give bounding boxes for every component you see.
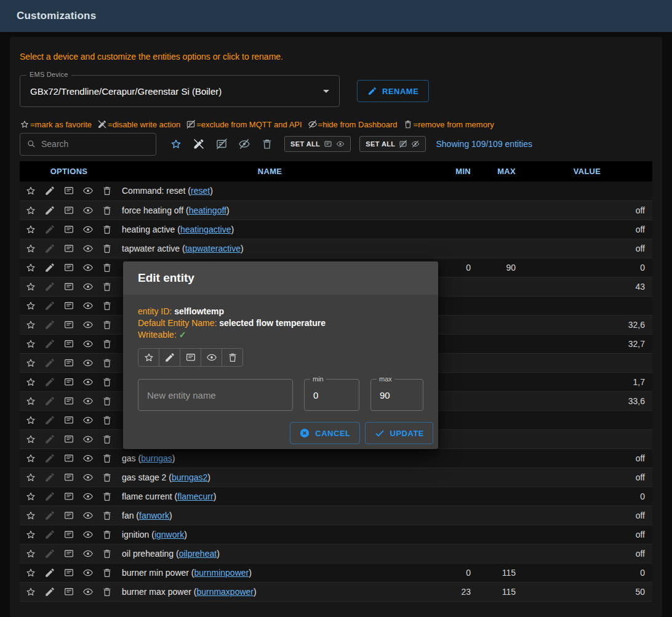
toggle-mqtt-button[interactable] bbox=[180, 348, 201, 367]
table-row[interactable]: Command: resetreset bbox=[20, 181, 652, 201]
eye-icon[interactable] bbox=[82, 415, 94, 426]
trash-icon[interactable] bbox=[102, 434, 113, 445]
pencil-icon[interactable] bbox=[44, 281, 55, 292]
trash-icon[interactable] bbox=[102, 357, 113, 368]
trash-icon[interactable] bbox=[102, 491, 113, 502]
pencil-icon[interactable] bbox=[44, 376, 55, 388]
mqtt-icon[interactable] bbox=[63, 205, 74, 216]
set-all-hide-button[interactable]: SET ALL bbox=[359, 136, 426, 152]
mqtt-icon[interactable] bbox=[63, 262, 74, 273]
trash-icon[interactable] bbox=[102, 224, 113, 235]
trash-icon[interactable] bbox=[102, 319, 113, 330]
star-icon[interactable] bbox=[25, 586, 36, 597]
trash-icon[interactable] bbox=[102, 472, 113, 483]
table-row[interactable]: fanfanwork off bbox=[20, 506, 652, 525]
search-input[interactable] bbox=[41, 139, 150, 149]
pencil-icon[interactable] bbox=[44, 338, 55, 349]
entity-id-link[interactable]: burngas2 bbox=[172, 472, 207, 482]
mqtt-icon[interactable] bbox=[63, 224, 74, 235]
trash-icon[interactable] bbox=[102, 453, 113, 464]
mqtt-icon[interactable] bbox=[63, 243, 74, 254]
star-icon[interactable] bbox=[25, 357, 36, 368]
filter-favorite-button[interactable] bbox=[167, 135, 185, 153]
star-icon[interactable] bbox=[25, 185, 36, 196]
pencil-icon[interactable] bbox=[44, 567, 55, 578]
star-icon[interactable] bbox=[25, 548, 36, 559]
toggle-delete-button[interactable] bbox=[222, 348, 243, 367]
mqtt-icon[interactable] bbox=[63, 453, 74, 464]
table-row[interactable]: oil preheatingoilpreheat off bbox=[20, 544, 652, 563]
ems-device-select[interactable]: EMS Device GBx72/Trendline/Cerapur/Green… bbox=[20, 75, 340, 107]
pencil-icon[interactable] bbox=[44, 434, 55, 445]
trash-icon[interactable] bbox=[102, 567, 113, 578]
mqtt-icon[interactable] bbox=[63, 567, 74, 578]
mqtt-icon[interactable] bbox=[63, 185, 74, 196]
mqtt-icon[interactable] bbox=[63, 376, 74, 388]
table-row[interactable]: gas stage 2burngas2 off bbox=[20, 468, 652, 487]
pencil-icon[interactable] bbox=[44, 453, 55, 464]
eye-icon[interactable] bbox=[82, 453, 94, 464]
eye-icon[interactable] bbox=[82, 224, 94, 235]
eye-icon[interactable] bbox=[82, 548, 94, 559]
mqtt-icon[interactable] bbox=[63, 529, 74, 540]
mqtt-icon[interactable] bbox=[63, 357, 74, 368]
eye-icon[interactable] bbox=[82, 396, 94, 407]
trash-icon[interactable] bbox=[102, 529, 113, 540]
star-icon[interactable] bbox=[25, 453, 36, 464]
entity-id-link[interactable]: reset bbox=[191, 186, 210, 196]
pencil-icon[interactable] bbox=[44, 185, 55, 196]
pencil-icon[interactable] bbox=[44, 224, 55, 235]
trash-icon[interactable] bbox=[102, 243, 113, 254]
update-button[interactable]: UPDATE bbox=[365, 422, 433, 444]
eye-icon[interactable] bbox=[82, 338, 94, 349]
star-icon[interactable] bbox=[25, 529, 36, 540]
set-all-show-button[interactable]: SET ALL bbox=[284, 136, 351, 152]
eye-icon[interactable] bbox=[82, 243, 94, 254]
eye-icon[interactable] bbox=[82, 357, 94, 368]
entity-id-link[interactable]: burnminpower bbox=[194, 568, 249, 578]
pencil-icon[interactable] bbox=[44, 510, 55, 521]
toggle-visibility-button[interactable] bbox=[201, 348, 222, 367]
trash-icon[interactable] bbox=[102, 510, 113, 521]
eye-icon[interactable] bbox=[82, 567, 94, 578]
pencil-icon[interactable] bbox=[44, 262, 55, 273]
mqtt-icon[interactable] bbox=[63, 396, 74, 407]
table-row[interactable]: force heating offheatingoff off bbox=[20, 201, 652, 220]
table-row[interactable]: flame currentflamecurr 0 bbox=[20, 487, 652, 506]
star-icon[interactable] bbox=[25, 376, 36, 388]
cancel-button[interactable]: CANCEL bbox=[290, 422, 359, 444]
star-icon[interactable] bbox=[25, 415, 36, 426]
eye-icon[interactable] bbox=[82, 434, 94, 445]
trash-icon[interactable] bbox=[102, 415, 113, 426]
mqtt-icon[interactable] bbox=[63, 338, 74, 349]
trash-icon[interactable] bbox=[102, 396, 113, 407]
trash-icon[interactable] bbox=[102, 376, 113, 388]
filter-write-off-button[interactable] bbox=[190, 135, 207, 153]
eye-icon[interactable] bbox=[82, 185, 94, 196]
trash-icon[interactable] bbox=[102, 262, 113, 273]
star-icon[interactable] bbox=[25, 319, 36, 330]
toggle-favorite-button[interactable] bbox=[138, 348, 159, 367]
star-icon[interactable] bbox=[25, 434, 36, 445]
filter-mqtt-off-button[interactable] bbox=[213, 135, 230, 153]
entity-id-link[interactable]: fanwork bbox=[139, 511, 169, 520]
star-icon[interactable] bbox=[25, 338, 36, 349]
entity-id-link[interactable]: oilpreheat bbox=[179, 549, 217, 559]
new-entity-name-input[interactable] bbox=[138, 380, 292, 410]
eye-icon[interactable] bbox=[82, 472, 94, 483]
pencil-icon[interactable] bbox=[44, 357, 55, 368]
filter-hide-button[interactable] bbox=[236, 135, 253, 153]
pencil-icon[interactable] bbox=[44, 396, 55, 407]
pencil-icon[interactable] bbox=[44, 472, 55, 483]
entity-id-link[interactable]: tapwateractive bbox=[185, 244, 241, 253]
eye-icon[interactable] bbox=[82, 300, 94, 311]
star-icon[interactable] bbox=[25, 491, 36, 502]
entity-id-link[interactable]: ignwork bbox=[154, 530, 184, 539]
table-row[interactable]: burner max powerburnmaxpower 23 115 50 bbox=[20, 582, 652, 601]
eye-icon[interactable] bbox=[82, 319, 94, 330]
mqtt-icon[interactable] bbox=[63, 281, 74, 292]
entity-id-link[interactable]: burnmaxpower bbox=[196, 587, 254, 597]
trash-icon[interactable] bbox=[102, 300, 113, 311]
toggle-write-button[interactable] bbox=[159, 348, 180, 367]
entity-id-link[interactable]: heatingactive bbox=[180, 225, 231, 234]
